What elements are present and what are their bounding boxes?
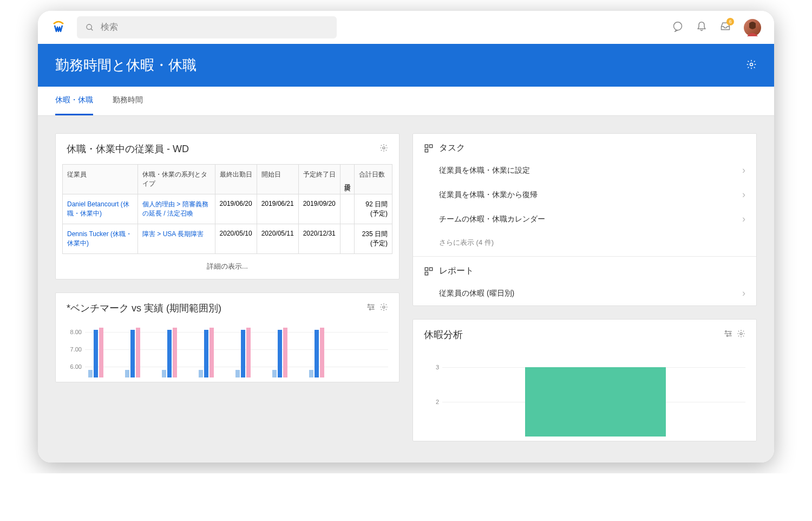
ytick: 8.00 (67, 329, 85, 335)
search-placeholder: 検索 (101, 22, 118, 33)
svg-point-5 (383, 147, 385, 149)
reports-heading: レポート (439, 265, 474, 277)
cell-actual-end (340, 224, 354, 254)
leave-type-link[interactable]: 個人的理由 > 陪審義務の延長 / 法定召喚 (142, 200, 208, 217)
report-leave-by-day[interactable]: 従業員の休暇 (曜日別)› (413, 281, 756, 305)
svg-point-0 (87, 24, 91, 29)
card-settings-button[interactable] (379, 303, 388, 314)
employees-table: 従業員 休職・休業の系列とタイプ 最終出勤日 開始日 予定終了日 実終了日 合計… (62, 164, 392, 254)
col-total: 合計日数 (354, 165, 392, 194)
ytick: 6.00 (67, 363, 85, 370)
cell-actual-end (340, 194, 354, 224)
cell-planned-end: 2019/09/20 (298, 194, 340, 224)
filter-icon[interactable] (366, 303, 375, 314)
bell-icon[interactable] (696, 21, 707, 34)
employee-link[interactable]: Dennis Tucker (休職・休業中) (67, 230, 132, 247)
filter-icon[interactable] (724, 329, 732, 340)
svg-point-19 (725, 331, 727, 333)
svg-point-6 (368, 304, 370, 306)
analysis-card: 休暇分析 3 2 (412, 319, 757, 441)
svg-point-2 (674, 22, 682, 30)
svg-rect-16 (425, 268, 428, 270)
svg-rect-15 (425, 149, 428, 152)
benchmark-chart: 8.00 7.00 6.00 (56, 323, 399, 382)
col-lastday: 最終出勤日 (215, 165, 257, 194)
svg-rect-17 (430, 268, 433, 270)
svg-point-8 (372, 307, 374, 308)
inbox-icon[interactable]: 6 (720, 21, 731, 34)
workday-logo[interactable] (51, 20, 66, 35)
ytick: 2 (424, 399, 442, 405)
chevron-right-icon: › (742, 165, 745, 176)
ytick: 7.00 (67, 346, 85, 353)
svg-line-1 (91, 29, 93, 30)
page-header: 勤務時間と休暇・休職 (38, 44, 774, 87)
svg-point-25 (740, 333, 742, 335)
svg-point-21 (730, 333, 731, 335)
cell-start: 2019/06/21 (257, 194, 298, 224)
card-settings-button[interactable] (379, 144, 388, 154)
search-input[interactable]: 検索 (77, 16, 337, 38)
svg-point-4 (750, 63, 753, 66)
avatar[interactable] (744, 19, 761, 36)
chat-icon[interactable] (672, 21, 683, 34)
benchmark-title: *ベンチマーク vs 実績 (期間範囲別) (67, 302, 221, 315)
chevron-right-icon: › (742, 189, 745, 200)
card-settings-button[interactable] (737, 329, 745, 340)
chevron-right-icon: › (742, 288, 745, 299)
benchmark-card: *ベンチマーク vs 実績 (期間範囲別) 8.00 7.00 6.00 (55, 292, 400, 382)
cell-total: 92 日間 (予定) (354, 194, 392, 224)
table-row: Daniel Betancourt (休職・休業中) 個人的理由 > 陪審義務の… (63, 194, 392, 224)
task-team-calendar[interactable]: チームの休暇・休職カレンダー› (413, 207, 756, 231)
inbox-badge: 6 (726, 18, 734, 25)
tasks-reports-card: タスク 従業員を休職・休業に設定› 従業員を休職・休業から復帰› チームの休暇・… (412, 133, 757, 306)
topbar: 検索 6 (38, 11, 774, 44)
col-employee: 従業員 (63, 165, 138, 194)
settings-button[interactable] (746, 59, 757, 72)
svg-rect-13 (425, 145, 428, 147)
svg-point-12 (383, 306, 385, 308)
employees-card-title: 休職・休業中の従業員 - WD (67, 142, 189, 155)
col-actual-end: 実終了日 (340, 165, 354, 194)
analysis-title: 休暇分析 (424, 328, 463, 341)
table-row: Dennis Tucker (休職・休業中) 障害 > USA 長期障害 202… (63, 224, 392, 254)
view-more-link[interactable]: 詳細の表示... (56, 254, 399, 279)
tab-bar: 休暇・休職 勤務時間 (38, 87, 774, 116)
svg-point-23 (726, 335, 728, 337)
page-title: 勤務時間と休暇・休職 (55, 56, 197, 75)
col-start: 開始日 (257, 165, 298, 194)
cell-lastday: 2020/05/10 (215, 224, 257, 254)
tab-leave[interactable]: 休暇・休職 (55, 87, 93, 115)
apps-icon (424, 266, 434, 276)
svg-rect-14 (430, 145, 433, 147)
col-planned-end: 予定終了日 (298, 165, 340, 194)
cell-planned-end: 2020/12/31 (298, 224, 340, 254)
cell-start: 2020/05/11 (257, 224, 298, 254)
analysis-chart: 3 2 (413, 350, 756, 441)
leave-type-link[interactable]: 障害 > USA 長期障害 (142, 230, 204, 238)
employee-link[interactable]: Daniel Betancourt (休職・休業中) (67, 200, 129, 217)
cell-total: 235 日間 (予定) (354, 224, 392, 254)
chevron-right-icon: › (742, 213, 745, 225)
tasks-show-more[interactable]: さらに表示 (4 件) (413, 231, 756, 256)
col-type: 休職・休業の系列とタイプ (137, 165, 215, 194)
apps-icon (424, 144, 434, 153)
task-return-leave[interactable]: 従業員を休職・休業から復帰› (413, 183, 756, 207)
analysis-bar (525, 367, 666, 437)
svg-rect-18 (425, 272, 428, 275)
ytick: 3 (424, 364, 442, 370)
tab-worktime[interactable]: 勤務時間 (113, 87, 143, 115)
tasks-heading: タスク (439, 142, 465, 154)
cell-lastday: 2019/06/20 (215, 194, 257, 224)
task-set-leave[interactable]: 従業員を休職・休業に設定› (413, 158, 756, 183)
search-icon (86, 23, 94, 32)
svg-point-10 (369, 309, 371, 310)
employees-on-leave-card: 休職・休業中の従業員 - WD 従業員 休職・休業の系列とタイプ 最終出勤日 開… (55, 133, 400, 279)
